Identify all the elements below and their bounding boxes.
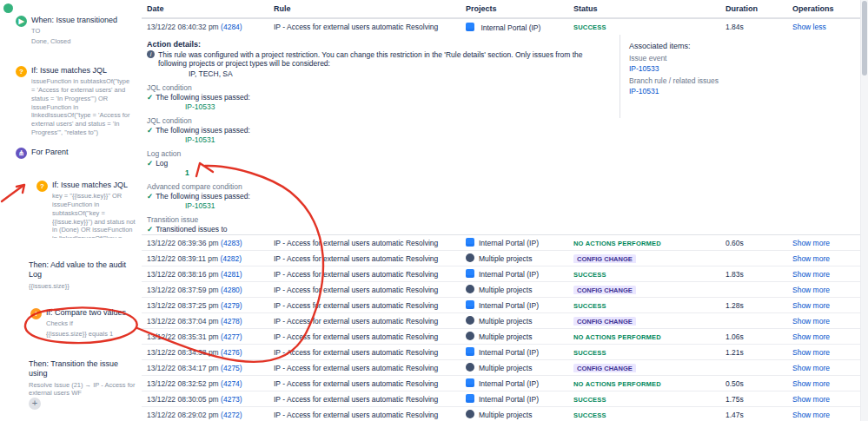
row-id-link[interactable]: (4274) (221, 379, 242, 388)
multiple-projects-icon (466, 410, 474, 418)
row-project-cell: Internal Portal (IP) (466, 347, 573, 357)
show-more-link[interactable]: Show more (792, 364, 830, 372)
row-id-link[interactable]: (4273) (221, 395, 242, 404)
row-date-cell: 13/12/22 08:34:17 pm (4275) (147, 364, 274, 372)
associated-issue-link[interactable]: IP-10533 (629, 64, 719, 73)
add-component-button[interactable]: + (29, 398, 41, 410)
row-rule: IP - Access for external users automatic… (274, 395, 466, 404)
rule-block-then[interactable]: Then: Add value to the audit Log{{issues… (29, 260, 136, 290)
detail-section: JQL condition✓The following issues passe… (147, 116, 616, 144)
row-status-cell: CONFIG CHANGE (573, 254, 726, 263)
rule-block-if-warn[interactable]: !If: Compare two valuesChecks if{{issues… (30, 308, 136, 339)
row-rule: IP - Access for external users automatic… (274, 348, 466, 357)
row-status-cell: NO ACTIONS PERFORMED (573, 379, 726, 388)
status-badge: SUCCESS (573, 23, 606, 31)
row-rule: IP - Access for external users automatic… (274, 286, 466, 294)
row-id-link[interactable]: (4278) (221, 317, 242, 326)
column-header-date: Date (147, 4, 274, 13)
row-rule: IP - Access for external users automatic… (274, 239, 466, 247)
rule-block-title: When: Issue transitioned (31, 16, 117, 25)
row-id-link[interactable]: (4283) (221, 239, 242, 247)
show-more-link[interactable]: Show more (792, 270, 830, 279)
issue-link[interactable]: IP-10531 (185, 135, 616, 144)
audit-log-row: 13/12/22 08:38:16 pm (4281)IP - Access f… (142, 266, 861, 282)
row-project: Multiple projects (479, 286, 532, 294)
status-badge: SUCCESS (573, 271, 606, 279)
row-project-cell: Multiple projects (466, 410, 573, 419)
row-id-link[interactable]: (4279) (221, 301, 242, 310)
row-operations-cell: Show more (792, 348, 861, 357)
show-more-link[interactable]: Show more (792, 411, 830, 419)
show-more-link[interactable]: Show more (792, 348, 830, 357)
detail-section-heading: JQL condition (147, 116, 616, 125)
issue-link[interactable]: IP-10531 (185, 201, 616, 210)
rule-block-branch[interactable]: ⋔For Parent (16, 148, 129, 159)
row-rule: IP - Access for external users automatic… (274, 411, 466, 419)
scrollbar-thumb[interactable] (862, 1, 867, 76)
row-status-cell: SUCCESS (573, 301, 726, 310)
row-id-link[interactable]: (4277) (221, 332, 242, 341)
show-more-link[interactable]: Show more (792, 395, 830, 404)
rule-block-then[interactable]: Then: Transition the issue usingResolve … (29, 359, 139, 398)
status-badge: SUCCESS (573, 349, 606, 357)
row-date: 13/12/22 08:37:04 pm (147, 317, 219, 326)
action-details-title: Action details: (147, 40, 616, 49)
show-more-link[interactable]: Show more (792, 254, 830, 263)
associated-issue-link[interactable]: IP-10531 (629, 87, 719, 95)
rule-block-if[interactable]: ?If: Issue matches JQLkey = "{{issue.key… (36, 181, 137, 238)
audit-log-row-expanded[interactable]: 13/12/22 08:40:32 pm (4284) IP - Access … (142, 19, 861, 35)
row-status-cell: SUCCESS (573, 411, 726, 419)
rule-block-detail: {{issues.size}} equals 1 (46, 330, 126, 339)
row-id-link[interactable]: (4272) (221, 411, 242, 419)
row-rule: IP - Access for external users automatic… (274, 332, 466, 341)
show-more-link[interactable]: Show more (792, 317, 830, 326)
row-project: Multiple projects (479, 254, 532, 263)
rule-block-if[interactable]: ?If: Issue matches JQLissueFunction in s… (16, 66, 131, 137)
check-icon: ✓ (147, 159, 153, 168)
check-icon: ✓ (147, 225, 153, 234)
row-id-link[interactable]: (4284) (221, 23, 242, 31)
row-rule: IP - Access for external users automatic… (274, 317, 466, 326)
column-header-rule: Rule (274, 4, 466, 13)
row-id-link[interactable]: (4280) (221, 286, 242, 294)
row-operations-cell: Show less (792, 23, 861, 31)
rule-block-title: Then: Transition the issue using (29, 359, 139, 379)
show-less-link[interactable]: Show less (792, 23, 826, 31)
detail-section: Transition issue✓Transitioned issues toR… (147, 215, 616, 235)
row-duration: 0.50s (726, 379, 792, 388)
audit-log-row: 13/12/22 08:37:04 pm (4278)IP - Access f… (142, 313, 861, 329)
row-operations-cell: Show more (792, 379, 861, 388)
row-date-cell: 13/12/22 08:38:16 pm (4281) (147, 270, 274, 279)
row-id-link[interactable]: (4282) (220, 254, 242, 263)
row-id-link[interactable]: (4281) (221, 270, 242, 279)
row-project-cell: Internal Portal (IP) (466, 238, 573, 247)
associated-item-label: Issue event (629, 54, 719, 62)
row-operations-cell: Show more (792, 239, 861, 247)
row-date: 13/12/22 08:34:17 pm (147, 364, 219, 372)
project-avatar-icon (466, 300, 474, 309)
project-avatar-icon (466, 23, 474, 31)
row-date: 13/12/22 08:38:16 pm (147, 270, 219, 279)
show-more-link[interactable]: Show more (792, 379, 830, 388)
row-id-link[interactable]: (4275) (221, 364, 242, 372)
show-more-link[interactable]: Show more (792, 301, 830, 310)
rule-block-when[interactable]: ▶When: Issue transitionedTODone, Closed (16, 16, 129, 46)
project-avatar-icon (466, 238, 474, 247)
row-id-link[interactable]: (4276) (221, 348, 242, 357)
detail-section-line: ✓The following issues passed: (147, 126, 616, 135)
show-more-link[interactable]: Show more (792, 239, 830, 247)
detail-section-heading: JQL condition (147, 83, 616, 92)
show-more-link[interactable]: Show more (792, 286, 830, 294)
row-date-cell: 13/12/22 08:29:02 pm (4272) (147, 411, 274, 419)
project-avatar-icon (466, 378, 474, 387)
associated-item-label: Branch rule / related issues (629, 76, 719, 85)
detail-value: 1 (185, 168, 616, 177)
show-more-link[interactable]: Show more (792, 332, 830, 341)
audit-log-panel: DateRuleProjectsStatusDurationOperations… (142, 0, 861, 421)
vertical-scrollbar[interactable] (860, 0, 868, 421)
row-status-cell: NO ACTIONS PERFORMED (573, 239, 726, 247)
row-operations-cell: Show more (792, 364, 861, 372)
row-project-cell: Internal Portal (IP) (466, 378, 573, 388)
column-header-operations: Operations (792, 4, 861, 13)
issue-link[interactable]: IP-10533 (185, 102, 616, 111)
